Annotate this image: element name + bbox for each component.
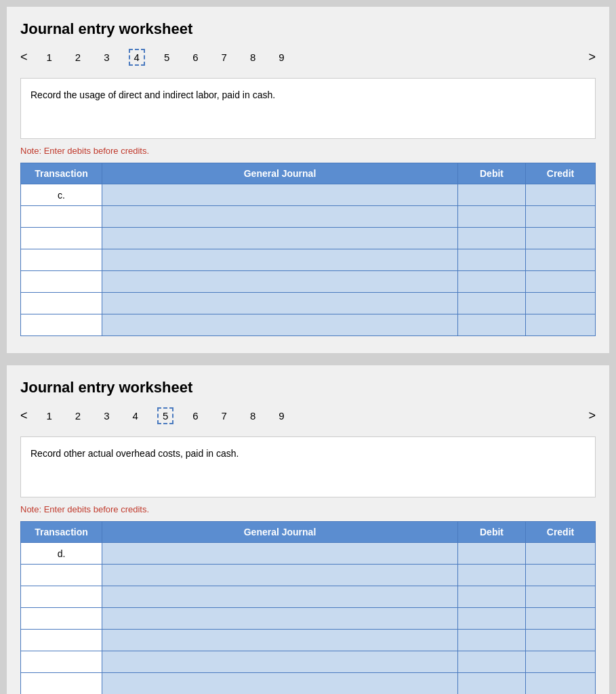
col-header-journal-2: General Journal: [102, 522, 458, 543]
transaction-cell-empty: [21, 228, 102, 249]
col-header-credit-1: Credit: [526, 163, 596, 184]
debit-cell[interactable]: [458, 206, 526, 228]
credit-cell[interactable]: [526, 543, 596, 565]
worksheet-2-nav-1[interactable]: 1: [43, 409, 56, 423]
col-header-debit-1: Debit: [458, 163, 526, 184]
table-row: [21, 673, 596, 695]
debit-cell[interactable]: [458, 271, 526, 293]
credit-cell[interactable]: [526, 184, 596, 206]
col-header-transaction-2: Transaction: [21, 522, 102, 543]
col-header-journal-1: General Journal: [102, 163, 458, 184]
transaction-label-2: d.: [21, 543, 102, 565]
worksheet-1-prev[interactable]: <: [20, 50, 28, 64]
debit-cell[interactable]: [458, 184, 526, 206]
debit-cell[interactable]: [458, 608, 526, 630]
credit-cell[interactable]: [526, 565, 596, 586]
table-row: [21, 651, 596, 673]
worksheet-2-next[interactable]: >: [588, 409, 596, 423]
worksheet-2-nav: < 1 2 3 4 5 6 7 8 9 >: [20, 407, 596, 424]
debit-cell[interactable]: [458, 565, 526, 586]
table-row: [21, 565, 596, 586]
credit-cell[interactable]: [526, 249, 596, 271]
journal-entry-cell[interactable]: [102, 206, 458, 228]
debit-cell[interactable]: [458, 228, 526, 249]
worksheet-2-nav-8[interactable]: 8: [246, 409, 260, 423]
worksheet-1-nav-7[interactable]: 7: [218, 50, 231, 64]
credit-cell[interactable]: [526, 271, 596, 293]
worksheet-1-instruction: Record the usage of direct and indirect …: [20, 78, 596, 139]
transaction-cell-empty: [21, 249, 102, 271]
table-row: [21, 630, 596, 651]
worksheet-2-nav-4[interactable]: 4: [129, 409, 142, 423]
worksheet-2-nav-2[interactable]: 2: [71, 409, 85, 423]
transaction-label-1: c.: [21, 184, 102, 206]
credit-cell[interactable]: [526, 206, 596, 228]
credit-cell[interactable]: [526, 314, 596, 336]
credit-cell[interactable]: [526, 673, 596, 695]
debit-cell[interactable]: [458, 293, 526, 314]
debit-cell[interactable]: [458, 543, 526, 565]
journal-entry-cell[interactable]: [102, 293, 458, 314]
table-row: [21, 271, 596, 293]
credit-cell[interactable]: [526, 293, 596, 314]
worksheet-2-nav-6[interactable]: 6: [188, 409, 202, 423]
worksheet-1-nav-2[interactable]: 2: [71, 50, 85, 64]
worksheet-2-nav-5[interactable]: 5: [157, 407, 173, 424]
journal-entry-cell[interactable]: [102, 314, 458, 336]
journal-entry-cell[interactable]: [102, 271, 458, 293]
worksheet-1-title: Journal entry worksheet: [20, 20, 596, 38]
worksheet-1-table: Transaction General Journal Debit Credit…: [20, 163, 596, 336]
journal-entry-cell[interactable]: [102, 184, 458, 206]
journal-entry-cell[interactable]: [102, 673, 458, 695]
worksheet-1-nav-4[interactable]: 4: [129, 49, 145, 66]
worksheet-1-nav-9[interactable]: 9: [274, 50, 288, 64]
transaction-cell-empty: [21, 271, 102, 293]
credit-cell[interactable]: [526, 228, 596, 249]
credit-cell[interactable]: [526, 608, 596, 630]
credit-cell[interactable]: [526, 586, 596, 608]
debit-cell[interactable]: [458, 630, 526, 651]
transaction-cell-empty: [21, 314, 102, 336]
credit-cell[interactable]: [526, 651, 596, 673]
transaction-cell-empty: [21, 651, 102, 673]
worksheet-1-nav-1[interactable]: 1: [43, 50, 56, 64]
worksheet-1-next[interactable]: >: [588, 50, 596, 64]
debit-cell[interactable]: [458, 249, 526, 271]
table-row: [21, 608, 596, 630]
worksheet-2-nav-7[interactable]: 7: [218, 409, 231, 423]
debit-cell[interactable]: [458, 673, 526, 695]
worksheet-1: Journal entry worksheet < 1 2 3 4 5 6 7 …: [7, 7, 609, 353]
transaction-cell-empty: [21, 608, 102, 630]
debit-cell[interactable]: [458, 586, 526, 608]
journal-entry-cell[interactable]: [102, 543, 458, 565]
worksheet-2-table: Transaction General Journal Debit Credit…: [20, 521, 596, 694]
worksheet-1-nav-6[interactable]: 6: [188, 50, 202, 64]
journal-entry-cell[interactable]: [102, 651, 458, 673]
col-header-debit-2: Debit: [458, 522, 526, 543]
journal-entry-cell[interactable]: [102, 586, 458, 608]
transaction-cell-empty: [21, 206, 102, 228]
transaction-cell-empty: [21, 586, 102, 608]
transaction-cell-empty: [21, 565, 102, 586]
worksheet-2-nav-3[interactable]: 3: [100, 409, 113, 423]
col-header-transaction-1: Transaction: [21, 163, 102, 184]
journal-entry-cell[interactable]: [102, 228, 458, 249]
worksheet-1-nav-3[interactable]: 3: [100, 50, 113, 64]
journal-entry-cell[interactable]: [102, 249, 458, 271]
debit-cell[interactable]: [458, 651, 526, 673]
debit-cell[interactable]: [458, 314, 526, 336]
journal-entry-cell[interactable]: [102, 630, 458, 651]
worksheet-2-title: Journal entry worksheet: [20, 379, 596, 396]
transaction-cell-empty: [21, 630, 102, 651]
journal-entry-cell[interactable]: [102, 565, 458, 586]
table-row: [21, 293, 596, 314]
worksheet-2-prev[interactable]: <: [20, 409, 28, 423]
table-row: [21, 206, 596, 228]
worksheet-2-nav-9[interactable]: 9: [274, 409, 288, 423]
journal-entry-cell[interactable]: [102, 608, 458, 630]
worksheet-1-note: Note: Enter debits before credits.: [20, 146, 596, 156]
worksheet-1-nav-5[interactable]: 5: [160, 50, 173, 64]
credit-cell[interactable]: [526, 630, 596, 651]
worksheet-1-nav-8[interactable]: 8: [246, 50, 260, 64]
table-row: d.: [21, 543, 596, 565]
